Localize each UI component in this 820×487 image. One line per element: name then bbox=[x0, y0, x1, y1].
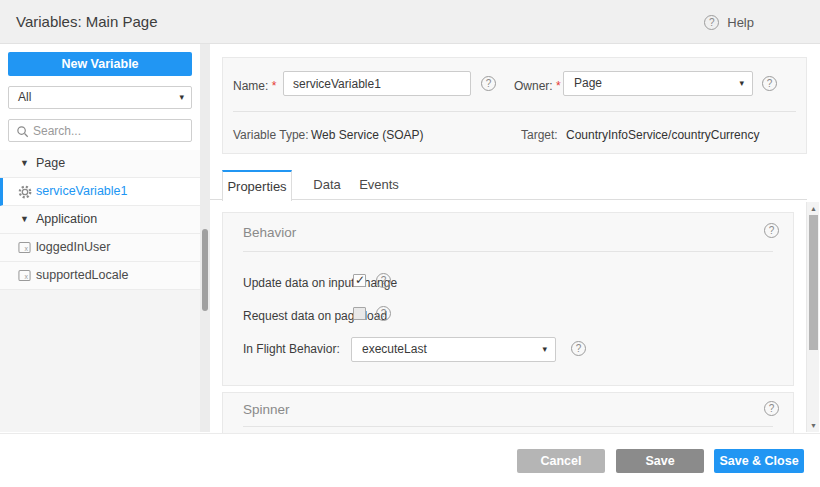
cancel-button[interactable]: Cancel bbox=[517, 449, 605, 473]
chevron-down-icon: ▾ bbox=[179, 87, 184, 108]
sidebar-controls: New Variable All ▾ bbox=[0, 44, 200, 150]
group-label: Page bbox=[36, 150, 65, 177]
scroll-up-icon[interactable]: ▲ bbox=[807, 205, 820, 212]
help-button[interactable]: ? Help bbox=[704, 0, 754, 44]
tree-item-supportedlocale[interactable]: x supportedLocale bbox=[0, 262, 200, 290]
target-value: CountryInfoService/countryCurrency bbox=[566, 128, 759, 142]
tree-group-page[interactable]: ▼ Page bbox=[0, 150, 200, 178]
in-flight-behavior-dropdown[interactable]: executeLast ▾ bbox=[351, 337, 556, 362]
content-scrollbar[interactable]: ▲ ▼ bbox=[806, 202, 819, 432]
behavior-help-icon[interactable]: ? bbox=[764, 223, 779, 238]
item-label: serviceVariable1 bbox=[36, 178, 127, 205]
group-label: Application bbox=[36, 206, 97, 233]
svg-text:x: x bbox=[25, 245, 29, 252]
search-input[interactable] bbox=[33, 121, 188, 140]
behavior-section-title: Behavior bbox=[243, 225, 296, 240]
svg-text:x: x bbox=[25, 273, 29, 280]
variables-tree: ▼ Page serviceVariable1 ▼ Application x … bbox=[0, 150, 200, 290]
help-icon: ? bbox=[704, 15, 719, 30]
static-variable-icon: x bbox=[18, 269, 31, 282]
in-flight-help-icon[interactable]: ? bbox=[571, 341, 586, 356]
divider bbox=[243, 426, 773, 427]
chevron-down-icon: ▾ bbox=[542, 338, 547, 361]
filter-value: All bbox=[18, 87, 31, 108]
target-label: Target: bbox=[521, 128, 558, 142]
spinner-help-icon[interactable]: ? bbox=[764, 401, 779, 416]
name-input[interactable] bbox=[283, 71, 471, 96]
web-service-gear-icon bbox=[18, 185, 32, 199]
request-data-help-icon[interactable]: ? bbox=[376, 306, 391, 321]
properties-scroll-area: Behavior ? Update data on input change ?… bbox=[210, 200, 806, 433]
scroll-down-icon[interactable]: ▼ bbox=[807, 422, 820, 429]
tab-properties[interactable]: Properties bbox=[222, 170, 292, 201]
dialog-header: Variables: Main Page ? Help bbox=[0, 0, 820, 44]
tab-data[interactable]: Data bbox=[302, 170, 352, 200]
behavior-section: Behavior ? Update data on input change ?… bbox=[222, 212, 794, 386]
tree-item-loggedinuser[interactable]: x loggedInUser bbox=[0, 234, 200, 262]
divider bbox=[243, 251, 773, 252]
sidebar-scrollbar-thumb[interactable] bbox=[202, 229, 208, 311]
page-title: Variables: Main Page bbox=[16, 0, 157, 44]
content-scrollbar-thumb[interactable] bbox=[809, 215, 818, 350]
update-data-on-input-change-checkbox[interactable] bbox=[353, 274, 366, 287]
tab-bar: Properties Data Events bbox=[210, 170, 807, 200]
spinner-section: Spinner ? bbox=[222, 392, 794, 433]
chevron-down-icon: ▼ bbox=[20, 206, 29, 233]
tree-item-servicevariable1[interactable]: serviceVariable1 bbox=[0, 178, 200, 206]
required-asterisk: * bbox=[272, 79, 277, 93]
item-label: loggedInUser bbox=[36, 234, 110, 261]
save-and-close-button[interactable]: Save & Close bbox=[714, 449, 804, 473]
tab-events[interactable]: Events bbox=[350, 170, 408, 200]
name-help-icon[interactable]: ? bbox=[481, 76, 496, 91]
update-data-help-icon[interactable]: ? bbox=[376, 273, 391, 288]
in-flight-behavior-label: In Flight Behavior: bbox=[243, 342, 340, 356]
request-data-on-page-load-checkbox[interactable] bbox=[353, 307, 366, 320]
variable-type-label: Variable Type: bbox=[233, 128, 309, 142]
sidebar-empty-area bbox=[0, 290, 200, 432]
update-data-on-input-change-label: Update data on input change bbox=[243, 276, 397, 290]
spinner-section-title: Spinner bbox=[243, 402, 290, 417]
chevron-down-icon: ▼ bbox=[20, 150, 29, 177]
owner-value: Page bbox=[574, 72, 602, 95]
owner-dropdown[interactable]: Page ▾ bbox=[563, 71, 753, 96]
variables-sidebar: New Variable All ▾ ▼ Page serviceVariabl… bbox=[0, 44, 200, 432]
tree-group-application[interactable]: ▼ Application bbox=[0, 206, 200, 234]
variable-info-panel: Name: * ? Owner: * Page ▾ ? Variable Typ… bbox=[222, 57, 807, 154]
search-icon bbox=[16, 125, 29, 138]
dialog-footer: Cancel Save Save & Close bbox=[0, 433, 820, 487]
owner-help-icon[interactable]: ? bbox=[762, 76, 777, 91]
divider bbox=[233, 111, 796, 112]
search-box bbox=[8, 119, 192, 142]
in-flight-behavior-value: executeLast bbox=[362, 338, 427, 361]
new-variable-button[interactable]: New Variable bbox=[8, 52, 192, 76]
item-label: supportedLocale bbox=[36, 262, 128, 289]
static-variable-icon: x bbox=[18, 241, 31, 254]
chevron-down-icon: ▾ bbox=[739, 72, 744, 95]
name-label: Name: * bbox=[233, 79, 276, 93]
save-button[interactable]: Save bbox=[616, 449, 704, 473]
required-asterisk: * bbox=[556, 79, 561, 93]
sidebar-scrollbar[interactable] bbox=[200, 44, 210, 432]
owner-label: Owner: * bbox=[514, 79, 561, 93]
help-label: Help bbox=[727, 15, 754, 30]
variable-filter-dropdown[interactable]: All ▾ bbox=[8, 86, 192, 109]
variable-detail-panel: Name: * ? Owner: * Page ▾ ? Variable Typ… bbox=[210, 44, 820, 433]
variable-type-value: Web Service (SOAP) bbox=[311, 128, 423, 142]
